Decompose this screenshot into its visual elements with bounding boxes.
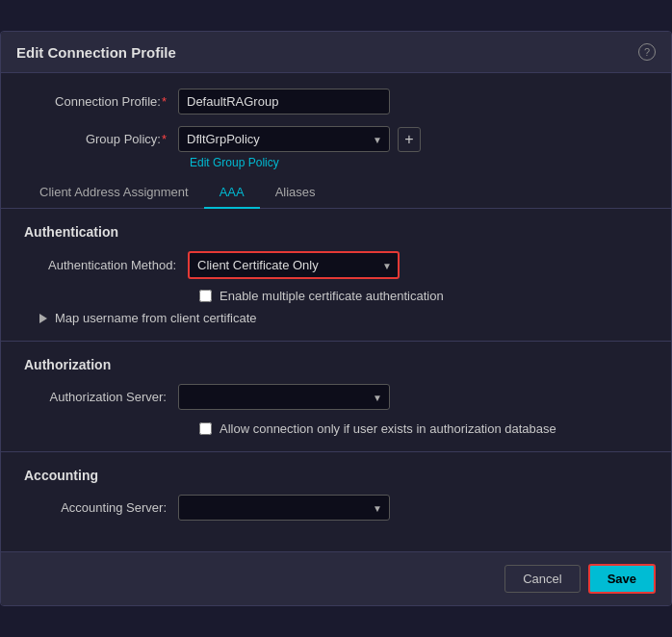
authorization-title: Authorization xyxy=(24,357,648,372)
tabs-container: Client Address Assignment AAA Aliases xyxy=(1,177,671,209)
enable-multi-cert-checkbox[interactable] xyxy=(199,290,212,302)
divider-2 xyxy=(1,451,671,452)
map-username-label: Map username from client certificate xyxy=(55,311,257,325)
authentication-section: Authentication Authentication Method: Cl… xyxy=(24,224,648,325)
accounting-server-select[interactable] xyxy=(178,495,390,521)
connection-profile-label: Connection Profile: xyxy=(24,94,178,109)
accounting-server-select-wrapper: ▼ xyxy=(178,495,390,521)
enable-multi-cert-row: Enable multiple certificate authenticati… xyxy=(199,289,648,303)
allow-connection-label: Allow connection only if user exists in … xyxy=(220,421,556,436)
save-button[interactable]: Save xyxy=(588,564,656,594)
accounting-title: Accounting xyxy=(24,468,648,483)
allow-connection-checkbox[interactable] xyxy=(199,422,212,435)
cancel-button[interactable]: Cancel xyxy=(504,565,580,593)
accounting-server-row: Accounting Server: ▼ xyxy=(24,495,648,521)
auth-method-select-wrapper: Client Certificate Only AAA Only Both ▼ xyxy=(188,251,400,279)
connection-profile-row: Connection Profile: xyxy=(24,89,648,115)
edit-connection-profile-modal: Edit Connection Profile ? Connection Pro… xyxy=(0,31,672,606)
authorization-section: Authorization Authorization Server: ▼ Al… xyxy=(24,357,648,436)
allow-connection-row: Allow connection only if user exists in … xyxy=(199,421,648,436)
enable-multi-cert-label: Enable multiple certificate authenticati… xyxy=(220,289,444,303)
group-policy-label: Group Policy: xyxy=(24,132,178,146)
auth-method-row: Authentication Method: Client Certificat… xyxy=(24,251,648,279)
add-group-policy-button[interactable]: + xyxy=(398,127,421,152)
connection-profile-input[interactable] xyxy=(178,89,390,115)
divider-1 xyxy=(1,341,671,342)
authentication-title: Authentication xyxy=(24,224,648,240)
auth-method-label: Authentication Method: xyxy=(24,258,188,272)
modal-title: Edit Connection Profile xyxy=(16,44,176,61)
accounting-section: Accounting Accounting Server: ▼ xyxy=(24,468,648,521)
modal-footer: Cancel Save xyxy=(1,551,671,605)
authorization-server-label: Authorization Server: xyxy=(24,390,178,404)
modal-header: Edit Connection Profile ? xyxy=(1,32,671,73)
group-policy-row: Group Policy: DfltGrpPolicy ▼ + xyxy=(24,126,648,152)
authorization-server-row: Authorization Server: ▼ xyxy=(24,384,648,410)
help-icon[interactable]: ? xyxy=(638,43,656,61)
accounting-server-label: Accounting Server: xyxy=(24,500,178,515)
group-policy-select-wrapper: DfltGrpPolicy ▼ xyxy=(178,126,390,152)
authorization-server-select-wrapper: ▼ xyxy=(178,384,390,410)
authorization-server-select[interactable] xyxy=(178,384,390,410)
edit-group-policy-link[interactable]: Edit Group Policy xyxy=(190,156,648,169)
expand-icon xyxy=(39,314,47,323)
group-policy-select[interactable]: DfltGrpPolicy xyxy=(178,126,390,152)
tab-aliases[interactable]: Aliases xyxy=(260,177,331,209)
modal-body: Connection Profile: Group Policy: DfltGr… xyxy=(1,73,671,551)
map-username-row[interactable]: Map username from client certificate xyxy=(39,311,648,325)
auth-method-select[interactable]: Client Certificate Only AAA Only Both xyxy=(188,251,400,279)
tab-aaa[interactable]: AAA xyxy=(204,177,260,209)
tab-client-address-assignment[interactable]: Client Address Assignment xyxy=(24,177,204,209)
